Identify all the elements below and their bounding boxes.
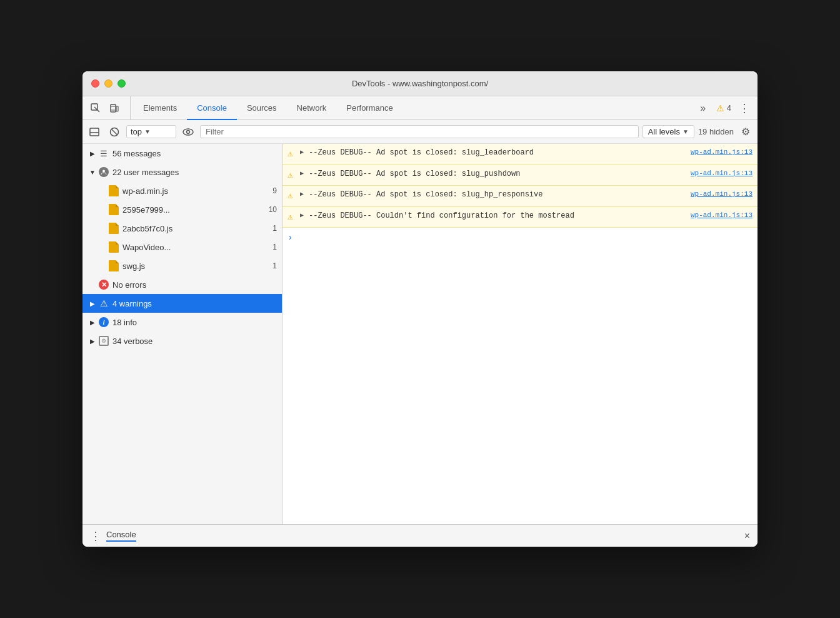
sidebar-item-file-0[interactable]: wp-ad.min.js 9 bbox=[82, 181, 282, 200]
log-entry-1: ⚠ ▶ --Zeus DEBUG-- Ad spot is closed: sl… bbox=[282, 165, 758, 186]
maximize-button[interactable] bbox=[118, 79, 126, 88]
file-name-0: wp-ad.min.js bbox=[122, 186, 272, 196]
list-icon: ☰ bbox=[98, 149, 110, 158]
log-text-2: --Zeus DEBUG-- Ad spot is closed: slug_h… bbox=[309, 190, 691, 200]
warnings-label: 4 warnings bbox=[112, 299, 277, 308]
prompt-arrow-icon: › bbox=[288, 233, 292, 243]
expand-arrow-2[interactable]: ▶ bbox=[300, 190, 309, 199]
device-toolbar-icon[interactable] bbox=[106, 100, 122, 116]
warning-icon: ⚠ bbox=[98, 298, 110, 308]
verbose-label: 34 verbose bbox=[112, 337, 277, 346]
svg-line-1 bbox=[94, 107, 99, 112]
log-source-3[interactable]: wp-ad.min.js:13 bbox=[691, 211, 752, 220]
all-messages-label: 56 messages bbox=[112, 149, 277, 158]
expand-arrow-icon: ▶ bbox=[88, 150, 98, 157]
sidebar-item-all-messages[interactable]: ▶ ☰ 56 messages bbox=[82, 144, 282, 163]
tab-sources[interactable]: Sources bbox=[237, 97, 287, 120]
file-count-2: 1 bbox=[272, 224, 277, 233]
show-drawer-icon[interactable] bbox=[86, 124, 102, 140]
file-icon-0 bbox=[108, 185, 120, 196]
expand-arrow-0[interactable]: ▶ bbox=[300, 148, 309, 157]
sidebar-item-file-1[interactable]: 2595e7999... 10 bbox=[82, 200, 282, 219]
eye-icon[interactable] bbox=[180, 124, 196, 140]
console-prompt[interactable]: › bbox=[282, 228, 758, 248]
no-errors-label: No errors bbox=[112, 280, 277, 290]
level-value: All levels bbox=[648, 127, 680, 136]
clear-console-icon[interactable] bbox=[106, 124, 122, 140]
warning-badge[interactable]: ⚠ 4 bbox=[716, 103, 731, 113]
log-text-3: --Zeus DEBUG-- Couldn't find configurati… bbox=[309, 211, 691, 221]
sidebar-item-info[interactable]: ▶ i 18 info bbox=[82, 313, 282, 332]
warning-triangle-icon: ⚠ bbox=[716, 103, 724, 113]
svg-rect-6 bbox=[90, 128, 99, 136]
context-value: top bbox=[131, 127, 142, 136]
tab-network[interactable]: Network bbox=[287, 97, 337, 120]
traffic-lights bbox=[91, 79, 126, 88]
sidebar-item-file-4[interactable]: swg.js 1 bbox=[82, 256, 282, 275]
log-source-1[interactable]: wp-ad.min.js:13 bbox=[691, 169, 752, 178]
log-entry-0: ⚠ ▶ --Zeus DEBUG-- Ad spot is closed: sl… bbox=[282, 144, 758, 165]
file-name-4: swg.js bbox=[122, 261, 272, 271]
minimize-button[interactable] bbox=[104, 79, 112, 88]
hidden-count: 19 hidden bbox=[698, 127, 734, 136]
log-source-0[interactable]: wp-ad.min.js:13 bbox=[691, 148, 752, 157]
tab-elements[interactable]: Elements bbox=[133, 97, 187, 120]
more-options-icon[interactable]: ⋮ bbox=[736, 100, 752, 116]
warning-icon-2: ⚠ bbox=[288, 190, 300, 203]
file-name-3: WapoVideo... bbox=[122, 243, 272, 252]
person-icon bbox=[98, 167, 110, 177]
info-label: 18 info bbox=[112, 318, 277, 327]
file-count-0: 9 bbox=[272, 186, 277, 195]
sidebar-item-verbose[interactable]: ▶ ⚙ 34 verbose bbox=[82, 332, 282, 350]
tab-console[interactable]: Console bbox=[187, 97, 237, 120]
sidebar-item-file-2[interactable]: 2abcb5f7c0.js 1 bbox=[82, 219, 282, 238]
expand-arrow-1[interactable]: ▶ bbox=[300, 169, 309, 178]
level-selector[interactable]: All levels ▼ bbox=[642, 125, 694, 138]
svg-rect-2 bbox=[111, 104, 116, 112]
bottom-dots-icon[interactable]: ⋮ bbox=[90, 529, 101, 543]
context-dropdown-icon: ▼ bbox=[144, 128, 151, 135]
file-count-4: 1 bbox=[272, 261, 277, 270]
warning-icon-3: ⚠ bbox=[288, 211, 300, 224]
info-expand-icon: ▶ bbox=[88, 319, 98, 326]
bottom-bar: ⋮ Console × bbox=[82, 524, 758, 547]
title-bar: DevTools - www.washingtonpost.com/ bbox=[82, 71, 758, 96]
expand-down-arrow-icon: ▼ bbox=[88, 169, 98, 176]
info-icon: i bbox=[98, 317, 110, 327]
file-name-1: 2595e7999... bbox=[122, 205, 269, 215]
log-text-1: --Zeus DEBUG-- Ad spot is closed: slug_p… bbox=[309, 169, 691, 180]
sidebar-item-no-errors[interactable]: ✕ No errors bbox=[82, 275, 282, 294]
log-source-2[interactable]: wp-ad.min.js:13 bbox=[691, 190, 752, 199]
more-tabs-icon[interactable]: » bbox=[695, 100, 711, 116]
warning-count: 4 bbox=[727, 103, 731, 113]
devtools-icons bbox=[88, 96, 131, 119]
user-messages-label: 22 user messages bbox=[112, 168, 277, 177]
file-count-3: 1 bbox=[272, 243, 277, 251]
filter-input[interactable] bbox=[206, 127, 633, 136]
expand-arrow-3[interactable]: ▶ bbox=[300, 211, 309, 220]
sidebar-item-warnings[interactable]: ▶ ⚠ 4 warnings bbox=[82, 294, 282, 313]
bottom-tab-label[interactable]: Console bbox=[106, 530, 136, 542]
file-name-2: 2abcb5f7c0.js bbox=[122, 224, 272, 233]
tab-performance[interactable]: Performance bbox=[336, 97, 402, 120]
log-entry-3: ⚠ ▶ --Zeus DEBUG-- Couldn't find configu… bbox=[282, 207, 758, 228]
svg-point-10 bbox=[183, 129, 193, 135]
filter-container[interactable] bbox=[200, 125, 639, 138]
settings-icon[interactable]: ⚙ bbox=[738, 124, 754, 140]
error-icon: ✕ bbox=[98, 280, 110, 290]
warning-icon-1: ⚠ bbox=[288, 169, 300, 182]
context-selector[interactable]: top ▼ bbox=[126, 125, 176, 138]
log-text-0: --Zeus DEBUG-- Ad spot is closed: slug_l… bbox=[309, 148, 691, 158]
file-icon-4 bbox=[108, 260, 120, 271]
sidebar-item-file-3[interactable]: WapoVideo... 1 bbox=[82, 238, 282, 256]
inspect-element-icon[interactable] bbox=[88, 100, 104, 116]
sidebar-item-user-messages[interactable]: ▼ 22 user messages bbox=[82, 163, 282, 181]
warning-icon-0: ⚠ bbox=[288, 148, 300, 161]
svg-point-11 bbox=[187, 130, 190, 133]
verbose-icon: ⚙ bbox=[98, 336, 110, 346]
bottom-close-button[interactable]: × bbox=[744, 530, 750, 542]
main-content: ▶ ☰ 56 messages ▼ 22 user messages bbox=[82, 144, 758, 524]
level-dropdown-icon: ▼ bbox=[682, 128, 689, 135]
close-button[interactable] bbox=[91, 79, 99, 88]
svg-rect-3 bbox=[116, 106, 118, 111]
